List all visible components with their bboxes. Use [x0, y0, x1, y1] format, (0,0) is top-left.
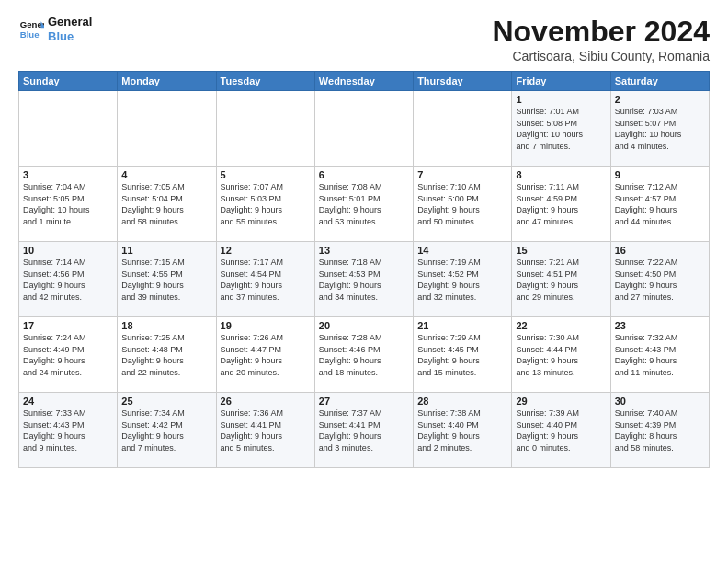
calendar-table: SundayMondayTuesdayWednesdayThursdayFrid…: [18, 71, 710, 468]
day-number: 26: [221, 396, 311, 407]
day-info: Sunrise: 7:30 AM Sunset: 4:44 PM Dayligh…: [516, 332, 606, 378]
calendar-day: 14Sunrise: 7:19 AM Sunset: 4:52 PM Dayli…: [414, 242, 512, 317]
day-info: Sunrise: 7:39 AM Sunset: 4:40 PM Dayligh…: [516, 408, 606, 454]
day-number: 8: [516, 169, 606, 180]
day-info: Sunrise: 7:05 AM Sunset: 5:04 PM Dayligh…: [121, 181, 211, 227]
weekday-header-wednesday: Wednesday: [314, 72, 413, 91]
day-number: 5: [221, 169, 311, 180]
day-info: Sunrise: 7:29 AM Sunset: 4:45 PM Dayligh…: [417, 332, 507, 378]
day-info: Sunrise: 7:37 AM Sunset: 4:41 PM Dayligh…: [319, 408, 409, 454]
logo-text-general: General: [48, 15, 92, 29]
day-info: Sunrise: 7:01 AM Sunset: 5:08 PM Dayligh…: [516, 106, 606, 152]
calendar-day: 19Sunrise: 7:26 AM Sunset: 4:47 PM Dayli…: [216, 317, 314, 393]
day-number: 27: [319, 396, 409, 407]
calendar-day: 7Sunrise: 7:10 AM Sunset: 5:00 PM Daylig…: [414, 167, 512, 242]
calendar-day: 6Sunrise: 7:08 AM Sunset: 5:01 PM Daylig…: [314, 167, 413, 242]
day-number: 14: [417, 245, 507, 256]
day-info: Sunrise: 7:03 AM Sunset: 5:07 PM Dayligh…: [615, 106, 705, 152]
calendar-day: 17Sunrise: 7:24 AM Sunset: 4:49 PM Dayli…: [19, 317, 118, 393]
calendar-day: 13Sunrise: 7:18 AM Sunset: 4:53 PM Dayli…: [314, 242, 413, 317]
day-number: 29: [516, 396, 606, 407]
day-number: 30: [615, 396, 705, 407]
day-info: Sunrise: 7:33 AM Sunset: 4:43 PM Dayligh…: [23, 408, 113, 454]
calendar-day: 11Sunrise: 7:15 AM Sunset: 4:55 PM Dayli…: [118, 242, 216, 317]
day-number: 25: [121, 396, 211, 407]
day-info: Sunrise: 7:17 AM Sunset: 4:54 PM Dayligh…: [221, 257, 311, 303]
day-number: 11: [121, 245, 211, 256]
calendar-week-5: 24Sunrise: 7:33 AM Sunset: 4:43 PM Dayli…: [19, 393, 710, 468]
day-info: Sunrise: 7:24 AM Sunset: 4:49 PM Dayligh…: [23, 332, 113, 378]
day-info: Sunrise: 7:10 AM Sunset: 5:00 PM Dayligh…: [417, 181, 507, 227]
calendar-day: [414, 91, 512, 167]
calendar-day: 10Sunrise: 7:14 AM Sunset: 4:56 PM Dayli…: [19, 242, 118, 317]
day-number: 28: [417, 396, 507, 407]
day-number: 19: [221, 320, 311, 331]
calendar-week-3: 10Sunrise: 7:14 AM Sunset: 4:56 PM Dayli…: [19, 242, 710, 317]
day-info: Sunrise: 7:25 AM Sunset: 4:48 PM Dayligh…: [121, 332, 211, 378]
day-info: Sunrise: 7:14 AM Sunset: 4:56 PM Dayligh…: [23, 257, 113, 303]
day-number: 21: [417, 320, 507, 331]
calendar-day: 9Sunrise: 7:12 AM Sunset: 4:57 PM Daylig…: [610, 167, 709, 242]
day-info: Sunrise: 7:32 AM Sunset: 4:43 PM Dayligh…: [615, 332, 705, 378]
day-number: 13: [319, 245, 409, 256]
calendar-day: [19, 91, 118, 167]
calendar-day: 16Sunrise: 7:22 AM Sunset: 4:50 PM Dayli…: [610, 242, 709, 317]
svg-text:General: General: [20, 19, 44, 29]
day-number: 22: [516, 320, 606, 331]
weekday-header-thursday: Thursday: [414, 72, 512, 91]
weekday-header-monday: Monday: [118, 72, 216, 91]
day-info: Sunrise: 7:22 AM Sunset: 4:50 PM Dayligh…: [615, 257, 705, 303]
calendar-day: [118, 91, 216, 167]
day-number: 4: [121, 169, 211, 180]
day-info: Sunrise: 7:38 AM Sunset: 4:40 PM Dayligh…: [417, 408, 507, 454]
weekday-header-sunday: Sunday: [19, 72, 118, 91]
calendar-week-4: 17Sunrise: 7:24 AM Sunset: 4:49 PM Dayli…: [19, 317, 710, 393]
calendar-day: 20Sunrise: 7:28 AM Sunset: 4:46 PM Dayli…: [314, 317, 413, 393]
weekday-header-saturday: Saturday: [610, 72, 709, 91]
calendar-day: [314, 91, 413, 167]
day-number: 24: [23, 396, 113, 407]
calendar-day: 24Sunrise: 7:33 AM Sunset: 4:43 PM Dayli…: [19, 393, 118, 468]
calendar-day: 4Sunrise: 7:05 AM Sunset: 5:04 PM Daylig…: [118, 167, 216, 242]
logo: General Blue General Blue: [18, 15, 92, 43]
page-header: General Blue General Blue November 2024 …: [18, 15, 710, 63]
day-number: 17: [23, 320, 113, 331]
logo-icon: General Blue: [18, 17, 44, 42]
day-info: Sunrise: 7:21 AM Sunset: 4:51 PM Dayligh…: [516, 257, 606, 303]
calendar-day: 15Sunrise: 7:21 AM Sunset: 4:51 PM Dayli…: [512, 242, 610, 317]
calendar-week-2: 3Sunrise: 7:04 AM Sunset: 5:05 PM Daylig…: [19, 167, 710, 242]
day-number: 3: [23, 169, 113, 180]
calendar-day: 28Sunrise: 7:38 AM Sunset: 4:40 PM Dayli…: [414, 393, 512, 468]
day-info: Sunrise: 7:28 AM Sunset: 4:46 PM Dayligh…: [319, 332, 409, 378]
day-number: 7: [417, 169, 507, 180]
calendar-day: 30Sunrise: 7:40 AM Sunset: 4:39 PM Dayli…: [610, 393, 709, 468]
day-number: 1: [516, 94, 606, 105]
calendar-title: November 2024: [492, 15, 710, 49]
day-info: Sunrise: 7:11 AM Sunset: 4:59 PM Dayligh…: [516, 181, 606, 227]
day-info: Sunrise: 7:08 AM Sunset: 5:01 PM Dayligh…: [319, 181, 409, 227]
day-info: Sunrise: 7:19 AM Sunset: 4:52 PM Dayligh…: [417, 257, 507, 303]
day-number: 16: [615, 245, 705, 256]
svg-text:Blue: Blue: [20, 29, 40, 39]
day-number: 10: [23, 245, 113, 256]
calendar-day: 2Sunrise: 7:03 AM Sunset: 5:07 PM Daylig…: [610, 91, 709, 167]
day-info: Sunrise: 7:40 AM Sunset: 4:39 PM Dayligh…: [615, 408, 705, 454]
calendar-day: 23Sunrise: 7:32 AM Sunset: 4:43 PM Dayli…: [610, 317, 709, 393]
day-number: 9: [615, 169, 705, 180]
day-number: 6: [319, 169, 409, 180]
day-number: 12: [221, 245, 311, 256]
calendar-day: 22Sunrise: 7:30 AM Sunset: 4:44 PM Dayli…: [512, 317, 610, 393]
day-number: 15: [516, 245, 606, 256]
day-info: Sunrise: 7:07 AM Sunset: 5:03 PM Dayligh…: [221, 181, 311, 227]
calendar-day: [216, 91, 314, 167]
calendar-day: 27Sunrise: 7:37 AM Sunset: 4:41 PM Dayli…: [314, 393, 413, 468]
day-info: Sunrise: 7:12 AM Sunset: 4:57 PM Dayligh…: [615, 181, 705, 227]
calendar-week-1: 1Sunrise: 7:01 AM Sunset: 5:08 PM Daylig…: [19, 91, 710, 167]
calendar-subtitle: Cartisoara, Sibiu County, Romania: [492, 49, 710, 63]
day-info: Sunrise: 7:34 AM Sunset: 4:42 PM Dayligh…: [121, 408, 211, 454]
logo-text-blue: Blue: [48, 29, 92, 44]
weekday-header-friday: Friday: [512, 72, 610, 91]
day-info: Sunrise: 7:18 AM Sunset: 4:53 PM Dayligh…: [319, 257, 409, 303]
calendar-day: 29Sunrise: 7:39 AM Sunset: 4:40 PM Dayli…: [512, 393, 610, 468]
calendar-day: 5Sunrise: 7:07 AM Sunset: 5:03 PM Daylig…: [216, 167, 314, 242]
